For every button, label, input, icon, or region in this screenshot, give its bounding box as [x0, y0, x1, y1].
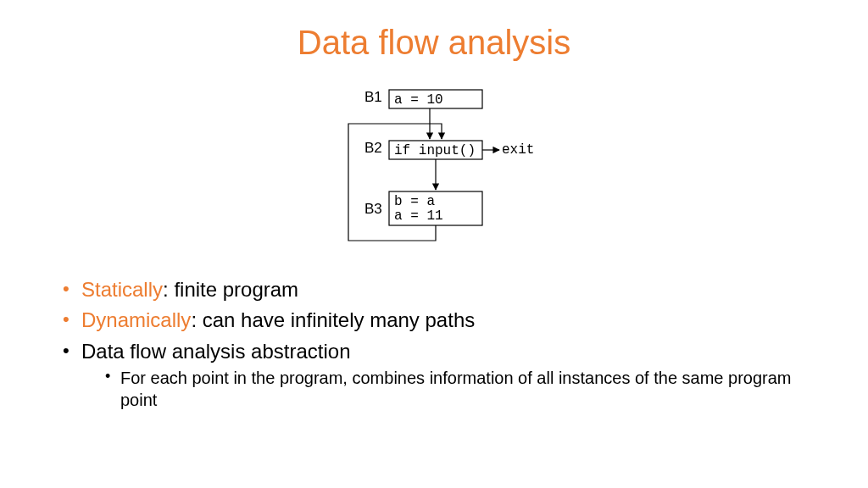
b2-code: if input(): [394, 143, 476, 158]
slide: Data flow analysis .mono { font-family: …: [0, 0, 868, 488]
bullet-abstraction: Data flow analysis abstraction For each …: [59, 338, 809, 411]
cfg-svg: .mono { font-family: "Courier New", mono…: [311, 81, 557, 268]
b2-label: B2: [364, 140, 382, 156]
bullet-dynamically: Dynamically: can have infinitely many pa…: [59, 307, 809, 334]
bullet-list: Statically: finite program Dynamically: …: [59, 276, 809, 411]
bullet-text: Data flow analysis abstraction: [81, 340, 350, 363]
b3-code-1: b = a: [394, 194, 435, 209]
sub-bullet-point: For each point in the program, combines …: [103, 367, 809, 411]
control-flow-diagram: .mono { font-family: "Courier New", mono…: [0, 81, 868, 268]
exit-label: exit: [502, 142, 534, 158]
bullet-accent: Dynamically: [81, 308, 191, 331]
bullet-statically: Statically: finite program: [59, 276, 809, 303]
bullet-rest: : can have infinitely many paths: [191, 308, 475, 331]
b1-code: a = 10: [394, 92, 443, 108]
bullet-rest: : finite program: [163, 278, 298, 301]
b1-label: B1: [364, 89, 382, 105]
sub-bullet-list: For each point in the program, combines …: [81, 367, 809, 411]
b3-code-2: a = 11: [394, 208, 443, 224]
b3-label: B3: [364, 201, 382, 217]
bullet-accent: Statically: [81, 278, 163, 301]
slide-title: Data flow analysis: [0, 24, 868, 62]
bullet-content: Statically: finite program Dynamically: …: [59, 276, 809, 414]
